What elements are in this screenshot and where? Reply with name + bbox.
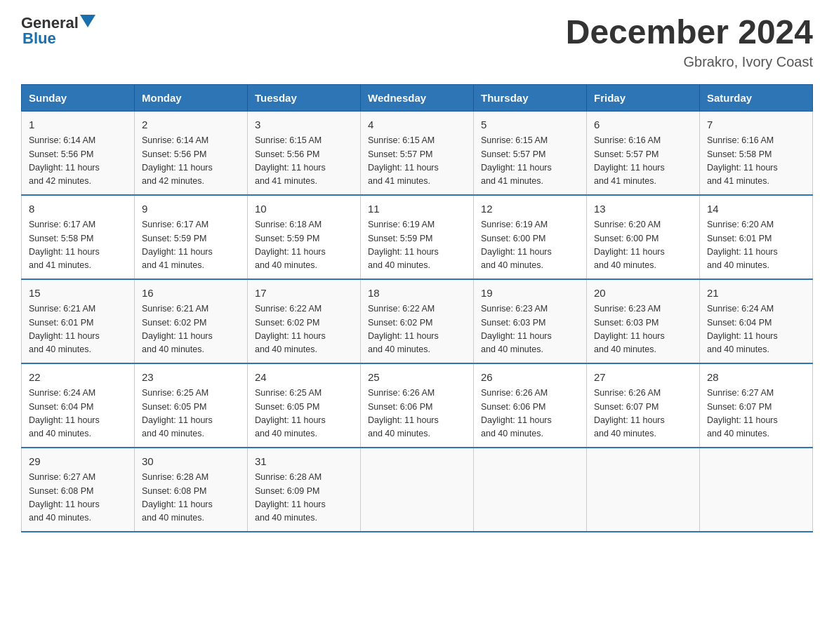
day-number: 30 bbox=[142, 454, 240, 470]
calendar-cell: 25Sunrise: 6:26 AMSunset: 6:06 PMDayligh… bbox=[361, 363, 474, 448]
day-info: Sunrise: 6:28 AMSunset: 6:09 PMDaylight:… bbox=[255, 471, 353, 525]
day-number: 2 bbox=[142, 117, 240, 133]
calendar-cell: 14Sunrise: 6:20 AMSunset: 6:01 PMDayligh… bbox=[700, 195, 813, 279]
calendar-header-wednesday: Wednesday bbox=[361, 84, 474, 111]
calendar-header-row: SundayMondayTuesdayWednesdayThursdayFrid… bbox=[22, 84, 813, 111]
day-number: 6 bbox=[594, 117, 692, 133]
calendar-table: SundayMondayTuesdayWednesdayThursdayFrid… bbox=[21, 84, 813, 532]
calendar-cell: 4Sunrise: 6:15 AMSunset: 5:57 PMDaylight… bbox=[361, 111, 474, 195]
day-number: 7 bbox=[707, 117, 805, 133]
day-info: Sunrise: 6:19 AMSunset: 5:59 PMDaylight:… bbox=[368, 218, 466, 273]
calendar-cell bbox=[474, 448, 587, 532]
calendar-week-row: 8Sunrise: 6:17 AMSunset: 5:58 PMDaylight… bbox=[22, 195, 813, 279]
day-info: Sunrise: 6:14 AMSunset: 5:56 PMDaylight:… bbox=[29, 134, 127, 189]
calendar-cell: 10Sunrise: 6:18 AMSunset: 5:59 PMDayligh… bbox=[248, 195, 361, 279]
day-info: Sunrise: 6:26 AMSunset: 6:06 PMDaylight:… bbox=[368, 387, 466, 441]
day-info: Sunrise: 6:23 AMSunset: 6:03 PMDaylight:… bbox=[481, 302, 579, 357]
calendar-cell: 31Sunrise: 6:28 AMSunset: 6:09 PMDayligh… bbox=[248, 448, 361, 532]
calendar-cell: 26Sunrise: 6:26 AMSunset: 6:06 PMDayligh… bbox=[474, 363, 587, 448]
calendar-cell bbox=[700, 448, 813, 532]
day-number: 29 bbox=[29, 454, 127, 470]
calendar-header-sunday: Sunday bbox=[22, 84, 135, 111]
day-info: Sunrise: 6:15 AMSunset: 5:56 PMDaylight:… bbox=[255, 134, 353, 189]
logo-arrow-icon bbox=[80, 15, 95, 30]
calendar-cell: 2Sunrise: 6:14 AMSunset: 5:56 PMDaylight… bbox=[135, 111, 248, 195]
day-info: Sunrise: 6:19 AMSunset: 6:00 PMDaylight:… bbox=[481, 218, 579, 273]
calendar-cell: 9Sunrise: 6:17 AMSunset: 5:59 PMDaylight… bbox=[135, 195, 248, 279]
day-number: 4 bbox=[368, 117, 466, 133]
logo-blue-text: Blue bbox=[22, 29, 56, 48]
calendar-cell: 13Sunrise: 6:20 AMSunset: 6:00 PMDayligh… bbox=[587, 195, 700, 279]
calendar-cell bbox=[361, 448, 474, 532]
page-subtitle: Gbrakro, Ivory Coast bbox=[566, 54, 813, 70]
page-header: General Blue December 2024 Gbrakro, Ivor… bbox=[21, 14, 813, 70]
day-info: Sunrise: 6:26 AMSunset: 6:06 PMDaylight:… bbox=[481, 387, 579, 441]
day-info: Sunrise: 6:18 AMSunset: 5:59 PMDaylight:… bbox=[255, 218, 353, 273]
day-number: 26 bbox=[481, 370, 579, 386]
calendar-cell: 17Sunrise: 6:22 AMSunset: 6:02 PMDayligh… bbox=[248, 279, 361, 363]
calendar-header-saturday: Saturday bbox=[700, 84, 813, 111]
calendar-cell: 18Sunrise: 6:22 AMSunset: 6:02 PMDayligh… bbox=[361, 279, 474, 363]
day-info: Sunrise: 6:16 AMSunset: 5:57 PMDaylight:… bbox=[594, 134, 692, 189]
day-info: Sunrise: 6:20 AMSunset: 6:00 PMDaylight:… bbox=[594, 218, 692, 273]
svg-marker-0 bbox=[80, 15, 95, 27]
day-number: 3 bbox=[255, 117, 353, 133]
calendar-cell: 22Sunrise: 6:24 AMSunset: 6:04 PMDayligh… bbox=[22, 363, 135, 448]
calendar-header-monday: Monday bbox=[135, 84, 248, 111]
day-number: 12 bbox=[481, 201, 579, 217]
day-info: Sunrise: 6:22 AMSunset: 6:02 PMDaylight:… bbox=[368, 302, 466, 357]
calendar-cell: 15Sunrise: 6:21 AMSunset: 6:01 PMDayligh… bbox=[22, 279, 135, 363]
day-number: 8 bbox=[29, 201, 127, 217]
day-info: Sunrise: 6:24 AMSunset: 6:04 PMDaylight:… bbox=[29, 387, 127, 441]
calendar-week-row: 1Sunrise: 6:14 AMSunset: 5:56 PMDaylight… bbox=[22, 111, 813, 195]
calendar-week-row: 15Sunrise: 6:21 AMSunset: 6:01 PMDayligh… bbox=[22, 279, 813, 363]
day-info: Sunrise: 6:15 AMSunset: 5:57 PMDaylight:… bbox=[368, 134, 466, 189]
day-number: 21 bbox=[707, 286, 805, 302]
day-number: 25 bbox=[368, 370, 466, 386]
day-number: 16 bbox=[142, 286, 240, 302]
day-number: 11 bbox=[368, 201, 466, 217]
day-info: Sunrise: 6:21 AMSunset: 6:02 PMDaylight:… bbox=[142, 302, 240, 357]
calendar-cell: 3Sunrise: 6:15 AMSunset: 5:56 PMDaylight… bbox=[248, 111, 361, 195]
calendar-cell bbox=[587, 448, 700, 532]
day-number: 28 bbox=[707, 370, 805, 386]
day-number: 20 bbox=[594, 286, 692, 302]
day-number: 19 bbox=[481, 286, 579, 302]
day-number: 13 bbox=[594, 201, 692, 217]
calendar-cell: 21Sunrise: 6:24 AMSunset: 6:04 PMDayligh… bbox=[700, 279, 813, 363]
day-info: Sunrise: 6:21 AMSunset: 6:01 PMDaylight:… bbox=[29, 302, 127, 357]
calendar-header-tuesday: Tuesday bbox=[248, 84, 361, 111]
calendar-cell: 27Sunrise: 6:26 AMSunset: 6:07 PMDayligh… bbox=[587, 363, 700, 448]
calendar-cell: 23Sunrise: 6:25 AMSunset: 6:05 PMDayligh… bbox=[135, 363, 248, 448]
day-number: 27 bbox=[594, 370, 692, 386]
day-number: 18 bbox=[368, 286, 466, 302]
logo: General Blue bbox=[21, 14, 95, 48]
page-title: December 2024 bbox=[566, 14, 813, 51]
day-number: 24 bbox=[255, 370, 353, 386]
day-info: Sunrise: 6:25 AMSunset: 6:05 PMDaylight:… bbox=[255, 387, 353, 441]
calendar-cell: 1Sunrise: 6:14 AMSunset: 5:56 PMDaylight… bbox=[22, 111, 135, 195]
calendar-cell: 11Sunrise: 6:19 AMSunset: 5:59 PMDayligh… bbox=[361, 195, 474, 279]
day-info: Sunrise: 6:20 AMSunset: 6:01 PMDaylight:… bbox=[707, 218, 805, 273]
calendar-cell: 16Sunrise: 6:21 AMSunset: 6:02 PMDayligh… bbox=[135, 279, 248, 363]
day-number: 22 bbox=[29, 370, 127, 386]
day-info: Sunrise: 6:15 AMSunset: 5:57 PMDaylight:… bbox=[481, 134, 579, 189]
day-info: Sunrise: 6:24 AMSunset: 6:04 PMDaylight:… bbox=[707, 302, 805, 357]
calendar-cell: 5Sunrise: 6:15 AMSunset: 5:57 PMDaylight… bbox=[474, 111, 587, 195]
day-info: Sunrise: 6:23 AMSunset: 6:03 PMDaylight:… bbox=[594, 302, 692, 357]
calendar-week-row: 29Sunrise: 6:27 AMSunset: 6:08 PMDayligh… bbox=[22, 448, 813, 532]
calendar-cell: 24Sunrise: 6:25 AMSunset: 6:05 PMDayligh… bbox=[248, 363, 361, 448]
title-section: December 2024 Gbrakro, Ivory Coast bbox=[566, 14, 813, 70]
day-info: Sunrise: 6:17 AMSunset: 5:59 PMDaylight:… bbox=[142, 218, 240, 273]
day-info: Sunrise: 6:27 AMSunset: 6:08 PMDaylight:… bbox=[29, 471, 127, 525]
day-info: Sunrise: 6:17 AMSunset: 5:58 PMDaylight:… bbox=[29, 218, 127, 273]
day-info: Sunrise: 6:27 AMSunset: 6:07 PMDaylight:… bbox=[707, 387, 805, 441]
day-number: 5 bbox=[481, 117, 579, 133]
day-number: 31 bbox=[255, 454, 353, 470]
calendar-header-friday: Friday bbox=[587, 84, 700, 111]
calendar-week-row: 22Sunrise: 6:24 AMSunset: 6:04 PMDayligh… bbox=[22, 363, 813, 448]
calendar-cell: 20Sunrise: 6:23 AMSunset: 6:03 PMDayligh… bbox=[587, 279, 700, 363]
day-number: 14 bbox=[707, 201, 805, 217]
calendar-cell: 19Sunrise: 6:23 AMSunset: 6:03 PMDayligh… bbox=[474, 279, 587, 363]
day-number: 1 bbox=[29, 117, 127, 133]
